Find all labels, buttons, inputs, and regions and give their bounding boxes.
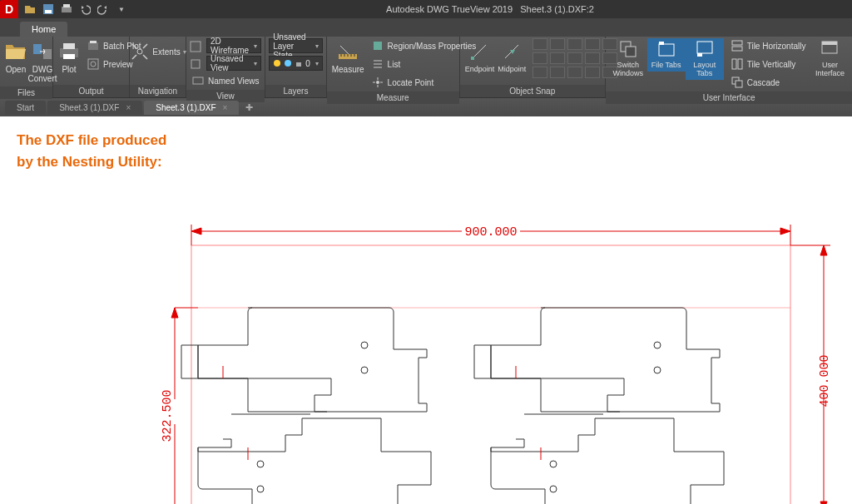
layout-tabs-button[interactable]: Layout Tabs [686, 38, 724, 80]
extents-icon [130, 40, 150, 63]
extents-label: Extents [152, 47, 180, 57]
svg-rect-11 [88, 59, 98, 69]
open-icon[interactable] [23, 2, 37, 16]
doc-tab-start[interactable]: Start [5, 101, 46, 115]
tile-h-button[interactable]: Tile Horizontally [729, 38, 808, 53]
svg-rect-33 [738, 59, 742, 69]
svg-rect-4 [33, 44, 42, 54]
title-bar: D ▼ Autodesk DWG TrueView 2019 Sheet.3 (… [0, 0, 852, 18]
plot-button[interactable]: Plot [57, 38, 82, 76]
panel-layers: Unsaved Layer State▾ 0 ▾ Layers [265, 37, 327, 97]
panel-measure: Measure Region/Mass Properties List Loca… [327, 37, 460, 97]
lock-icon [295, 59, 303, 67]
svg-rect-30 [732, 41, 742, 45]
visual-style-icon [190, 41, 203, 54]
svg-point-12 [91, 62, 96, 67]
svg-rect-23 [471, 57, 474, 60]
svg-point-63 [257, 486, 264, 492]
saved-view-icon [190, 58, 203, 72]
switch-windows-button[interactable]: Switch Windows [609, 38, 647, 80]
cascade-button[interactable]: Cascade [729, 75, 808, 90]
printer-icon [57, 40, 81, 63]
svg-rect-2 [62, 7, 72, 12]
named-views-button[interactable]: Named Views [190, 73, 261, 88]
qat-dropdown-icon[interactable]: ▼ [115, 2, 128, 16]
layer-current-dropdown[interactable]: 0 ▾ [269, 56, 323, 71]
ribbon: Open DWG Convert Files Plot Batch Plot [0, 37, 852, 98]
svg-point-57 [361, 367, 368, 373]
svg-rect-19 [296, 62, 301, 67]
svg-rect-10 [90, 41, 97, 43]
layer-state-dropdown[interactable]: Unsaved Layer State▾ [269, 38, 323, 53]
svg-rect-28 [697, 42, 712, 53]
svg-point-65 [550, 461, 557, 467]
save-icon[interactable] [42, 2, 55, 16]
ruler-icon [336, 40, 359, 63]
svg-rect-31 [732, 47, 742, 51]
file-tabs-icon [656, 40, 676, 60]
locate-icon [371, 76, 384, 89]
open-button[interactable]: Open [3, 38, 28, 76]
svg-rect-25 [626, 47, 636, 57]
svg-rect-29 [697, 53, 702, 57]
tile-v-button[interactable]: Tile Vertically [729, 57, 808, 72]
panel-output-title: Output [53, 85, 129, 97]
tile-h-icon [731, 39, 744, 52]
panel-output: Plot Batch Plot Preview Output [53, 37, 130, 97]
dim-width-outer: 900.000 [464, 225, 517, 240]
svg-rect-26 [659, 44, 674, 56]
panel-files: Open DWG Convert Files [0, 37, 53, 97]
plot-icon[interactable] [60, 2, 73, 16]
extents-button[interactable]: Extents ▾ [133, 38, 183, 65]
svg-rect-14 [191, 42, 201, 52]
lightbulb-icon [273, 59, 281, 67]
svg-point-66 [550, 486, 557, 492]
endpoint-button[interactable]: Endpoint [463, 38, 497, 75]
doc-tab-1[interactable]: Sheet.3 (1).DXF× [47, 101, 142, 115]
ribbon-tabs: Home [0, 18, 852, 37]
user-interface-button[interactable]: User Interface [810, 38, 849, 80]
panel-osnap-title: Object Snap [460, 85, 605, 97]
redo-icon[interactable] [97, 2, 110, 16]
svg-rect-27 [659, 42, 664, 45]
saved-view-dropdown[interactable]: Unsaved View▾ [206, 56, 261, 71]
measure-label: Measure [332, 65, 364, 74]
list-icon [371, 57, 384, 71]
svg-rect-3 [63, 4, 70, 7]
svg-rect-32 [732, 59, 736, 69]
region-icon [371, 39, 384, 52]
panel-osnap: Endpoint Midpoint Object Snap [460, 37, 606, 97]
midpoint-button[interactable]: Midpoint [496, 38, 528, 75]
preview-icon [87, 57, 100, 71]
svg-point-13 [137, 49, 142, 54]
svg-rect-7 [63, 43, 75, 49]
svg-point-62 [257, 461, 264, 467]
drawing-canvas[interactable]: The DXF file produced by the Nesting Uti… [0, 116, 852, 504]
panel-files-title: Files [0, 86, 52, 99]
svg-point-17 [274, 60, 280, 67]
window-title: Autodesk DWG TrueView 2019 Sheet.3 (1).D… [128, 4, 852, 14]
dwg-convert-button[interactable]: DWG Convert [28, 38, 57, 85]
svg-rect-1 [45, 10, 52, 13]
close-icon[interactable]: × [223, 103, 228, 112]
measure-button[interactable]: Measure [330, 38, 366, 76]
add-tab-button[interactable]: ✚ [245, 102, 253, 113]
undo-icon[interactable] [78, 2, 92, 16]
tab-home[interactable]: Home [20, 22, 67, 37]
visual-style-dropdown[interactable]: 2D Wireframe▾ [206, 38, 261, 53]
svg-rect-21 [374, 42, 382, 50]
midpoint-icon [500, 40, 523, 63]
folder-open-icon [4, 40, 27, 63]
close-icon[interactable]: × [126, 103, 131, 112]
file-tabs-button[interactable]: File Tabs [647, 38, 686, 72]
panel-navigation: Extents ▾ Navigation [130, 37, 186, 97]
app-logo[interactable]: D [0, 0, 18, 18]
batch-plot-icon [87, 39, 100, 52]
panel-ui-title: User Interface [606, 91, 852, 104]
named-views-label: Named Views [208, 77, 260, 86]
dim-height-outer: 400.000 [818, 354, 832, 407]
panel-measure-title: Measure [327, 91, 459, 104]
svg-rect-35 [736, 81, 742, 87]
doc-tab-2[interactable]: Sheet.3 (1).DXF× [144, 101, 239, 115]
tile-v-icon [731, 57, 744, 71]
